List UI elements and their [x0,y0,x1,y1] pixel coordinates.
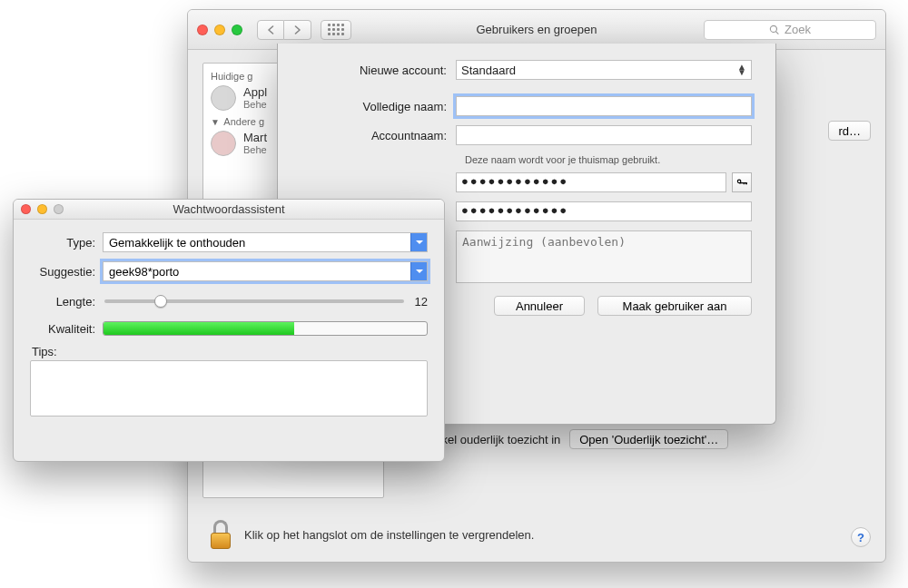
search-placeholder: Zoek [785,23,811,36]
length-value: 12 [415,295,428,309]
length-label: Lengte: [30,295,103,309]
quality-fill [104,322,294,335]
help-button[interactable]: ? [851,527,871,547]
assistant-title: Wachtwoordassistent [14,202,444,216]
assistant-titlebar: Wachtwoordassistent [14,200,444,220]
chevron-updown-icon: ▲▼ [737,64,746,75]
sidebar-item-label: Appl [243,86,267,99]
avatar-icon [211,131,236,156]
type-value [104,233,410,251]
account-name-label: Accountnaam: [301,129,456,142]
password-hint-input[interactable] [456,230,752,283]
chevron-down-icon[interactable] [410,262,427,280]
quality-label: Kwaliteit: [30,322,103,336]
padlock-icon[interactable] [208,520,233,549]
lock-row: Klik op het hangslot om de instellingen … [208,520,534,549]
create-user-button[interactable]: Maak gebruiker aan [597,296,752,316]
quality-meter [103,321,428,336]
full-name-label: Volledige naam: [301,100,456,113]
avatar-icon [211,85,236,111]
length-slider[interactable] [104,292,404,310]
search-input[interactable]: Zoek [704,20,876,40]
open-parental-controls-button[interactable]: Open 'Ouderlijk toezicht'… [569,429,728,449]
search-icon [769,24,780,35]
new-account-label: Nieuwe account: [301,64,456,77]
suggestion-label: Suggestie: [30,265,103,279]
new-account-type-select[interactable]: Standaard ▲▼ [456,60,752,80]
sidebar-item-label: Mart [243,132,267,144]
suggestion-combo[interactable] [103,261,428,281]
lock-hint-text: Klik op het hangslot om de instellingen … [244,528,534,542]
suggestion-input[interactable] [104,262,410,280]
password-assistant-button[interactable] [732,172,752,192]
password-input[interactable]: ●●●●●●●●●●●● [456,172,726,192]
password-verify-input[interactable]: ●●●●●●●●●●●● [456,201,752,221]
cancel-button[interactable]: Annuleer [494,296,585,316]
password-assistant-window: Wachtwoordassistent Type: Suggestie: Len… [13,199,445,462]
account-name-input[interactable] [456,125,752,145]
disclosure-triangle-icon[interactable]: ▼ [211,117,220,127]
sidebar-item-role: Behe [243,99,267,110]
sidebar-item-role: Behe [243,144,267,155]
account-name-hint: Deze naam wordt voor je thuismap gebruik… [465,154,752,165]
type-label: Type: [30,236,103,250]
type-select[interactable] [103,232,428,252]
tips-box [30,360,428,416]
tips-label: Tips: [32,345,428,358]
change-password-button[interactable]: rd… [828,121,871,141]
chevron-down-icon[interactable] [410,233,427,251]
key-icon [735,176,748,189]
full-name-input[interactable] [456,96,752,116]
parental-controls-label: hakel ouderlijk toezicht in [429,433,560,446]
select-value: Standaard [461,64,516,77]
